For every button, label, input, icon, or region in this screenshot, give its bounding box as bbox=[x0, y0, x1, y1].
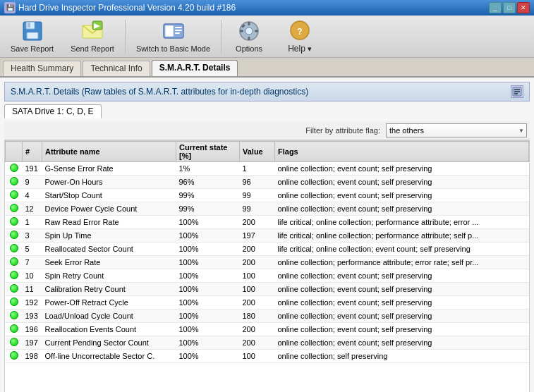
attr-value: 200 bbox=[240, 323, 275, 336]
svg-rect-3 bbox=[28, 23, 30, 27]
attr-flags: online collection; event count; self pre… bbox=[275, 202, 529, 216]
status-dot bbox=[10, 164, 18, 172]
status-cell bbox=[6, 296, 23, 310]
svg-rect-2 bbox=[27, 32, 38, 39]
attr-num: 197 bbox=[23, 336, 42, 350]
col-header-flags: Flags bbox=[275, 142, 529, 162]
status-dot bbox=[10, 351, 18, 360]
title-bar: 💾 Hard Drive Inspector Professional Vers… bbox=[0, 0, 534, 16]
table-row[interactable]: 192 Power-Off Retract Cycle 100% 200 onl… bbox=[6, 296, 529, 310]
table-row[interactable]: 12 Device Power Cycle Count 99% 99 onlin… bbox=[6, 202, 529, 216]
svg-rect-15 bbox=[248, 37, 250, 40]
table-row[interactable]: 197 Current Pending Sector Count 100% 20… bbox=[6, 336, 529, 350]
attr-flags: online collection; event count; self pre… bbox=[275, 336, 529, 350]
table-row[interactable]: 7 Seek Error Rate 100% 200 online collec… bbox=[6, 256, 529, 269]
smart-table[interactable]: # Attribute name Current state [%] Value… bbox=[4, 140, 530, 392]
send-report-label: Send Report bbox=[71, 44, 114, 53]
status-dot bbox=[10, 204, 18, 212]
status-dot bbox=[10, 244, 18, 252]
attr-state: 100% bbox=[176, 229, 240, 243]
switch-mode-button[interactable]: Switch to Basic Mode bbox=[128, 18, 218, 55]
attr-state: 100% bbox=[176, 323, 240, 336]
attr-value: 100 bbox=[240, 350, 275, 363]
save-report-label: Save Report bbox=[11, 44, 54, 53]
attr-value: 200 bbox=[240, 336, 275, 350]
svg-rect-14 bbox=[248, 22, 250, 25]
attr-flags: online collection; event count; self pre… bbox=[275, 162, 529, 176]
status-dot bbox=[10, 190, 18, 199]
attr-value: 100 bbox=[240, 269, 275, 283]
filter-label: Filter by attribute flag: bbox=[305, 126, 380, 135]
attr-flags: online collection; event count; self pre… bbox=[275, 269, 529, 283]
status-dot bbox=[10, 298, 18, 306]
toolbar: Save Report Send Report Switch to Basic … bbox=[0, 16, 534, 58]
attr-state: 100% bbox=[176, 310, 240, 323]
table-row[interactable]: 5 Reallocated Sector Count 100% 200 life… bbox=[6, 243, 529, 256]
attr-value: 1 bbox=[240, 162, 275, 176]
filter-row: Filter by attribute flag: the others all… bbox=[4, 121, 530, 140]
attr-num: 7 bbox=[23, 256, 42, 269]
send-report-button[interactable]: Send Report bbox=[63, 18, 122, 55]
table-row[interactable]: 1 Raw Read Error Rate 100% 200 life crit… bbox=[6, 216, 529, 229]
tab-health-summary[interactable]: Health Summary bbox=[3, 61, 81, 76]
attr-state: 100% bbox=[176, 336, 240, 350]
tab-smart-details[interactable]: S.M.A.R.T. Details bbox=[152, 60, 238, 76]
maximize-button[interactable]: □ bbox=[503, 2, 516, 13]
attr-num: 193 bbox=[23, 310, 42, 323]
table-row[interactable]: 191 G-Sense Error Rate 1% 1 online colle… bbox=[6, 162, 529, 176]
filter-select[interactable]: the others all life critical performance… bbox=[386, 123, 527, 137]
app-icon: 💾 bbox=[4, 2, 16, 13]
minimize-button[interactable]: _ bbox=[489, 2, 502, 13]
attr-num: 11 bbox=[23, 283, 42, 296]
table-row[interactable]: 198 Off-line Uncorrectable Sector C. 100… bbox=[6, 350, 529, 363]
table-row[interactable]: 196 Reallocation Events Count 100% 200 o… bbox=[6, 323, 529, 336]
save-report-button[interactable]: Save Report bbox=[3, 18, 61, 55]
status-cell bbox=[6, 176, 23, 189]
status-dot bbox=[10, 338, 18, 346]
attr-num: 198 bbox=[23, 350, 42, 363]
attr-name: Spin Up Time bbox=[42, 229, 176, 243]
status-dot bbox=[10, 311, 18, 319]
status-cell bbox=[6, 216, 23, 229]
col-header-num bbox=[6, 142, 23, 162]
filter-select-wrap[interactable]: the others all life critical performance… bbox=[386, 123, 527, 137]
help-button[interactable]: ? Help ▾ bbox=[275, 18, 324, 55]
drive-tabs: SATA Drive 1: C, D, E bbox=[4, 104, 530, 118]
attr-state: 100% bbox=[176, 350, 240, 363]
attr-name: Start/Stop Count bbox=[42, 189, 176, 202]
close-button[interactable]: ✕ bbox=[517, 2, 530, 13]
tab-technical-info[interactable]: Technical Info bbox=[83, 61, 150, 76]
table-row[interactable]: 10 Spin Retry Count 100% 100 online coll… bbox=[6, 269, 529, 283]
table-row[interactable]: 9 Power-On Hours 96% 96 online collectio… bbox=[6, 176, 529, 189]
table-row[interactable]: 3 Spin Up Time 100% 197 life critical; o… bbox=[6, 229, 529, 243]
attr-value: 200 bbox=[240, 296, 275, 310]
drive-tab-1[interactable]: SATA Drive 1: C, D, E bbox=[4, 104, 102, 118]
main-content: S.M.A.R.T. Details (Raw tables of S.M.A.… bbox=[0, 78, 534, 392]
attr-flags: online collection; event count; self pre… bbox=[275, 283, 529, 296]
attr-name: Off-line Uncorrectable Sector C. bbox=[42, 350, 176, 363]
status-dot bbox=[10, 284, 18, 293]
attr-name: Power-On Hours bbox=[42, 176, 176, 189]
status-cell bbox=[6, 243, 23, 256]
status-cell bbox=[6, 310, 23, 323]
svg-rect-23 bbox=[514, 91, 520, 92]
status-cell bbox=[6, 162, 23, 176]
attr-flags: online collection; event count; self pre… bbox=[275, 296, 529, 310]
attr-flags: online collection; event count; self pre… bbox=[275, 189, 529, 202]
attr-flags: online collection; self preserving bbox=[275, 350, 529, 363]
window-controls[interactable]: _ □ ✕ bbox=[489, 2, 530, 13]
svg-point-13 bbox=[245, 27, 253, 35]
table-row[interactable]: 193 Load/Unload Cycle Count 100% 180 onl… bbox=[6, 310, 529, 323]
svg-rect-8 bbox=[165, 25, 174, 37]
status-dot bbox=[10, 271, 18, 279]
svg-rect-16 bbox=[240, 30, 243, 32]
options-button[interactable]: Options bbox=[224, 18, 274, 55]
attr-flags: online collection; event count; self pre… bbox=[275, 310, 529, 323]
tabs-row: Health Summary Technical Info S.M.A.R.T.… bbox=[0, 58, 534, 78]
attr-state: 1% bbox=[176, 162, 240, 176]
table-row[interactable]: 11 Calibration Retry Count 100% 100 onli… bbox=[6, 283, 529, 296]
attr-state: 100% bbox=[176, 283, 240, 296]
attr-name: Seek Error Rate bbox=[42, 256, 176, 269]
app-title: Hard Drive Inspector Professional Versio… bbox=[18, 3, 236, 13]
table-row[interactable]: 4 Start/Stop Count 99% 99 online collect… bbox=[6, 189, 529, 202]
